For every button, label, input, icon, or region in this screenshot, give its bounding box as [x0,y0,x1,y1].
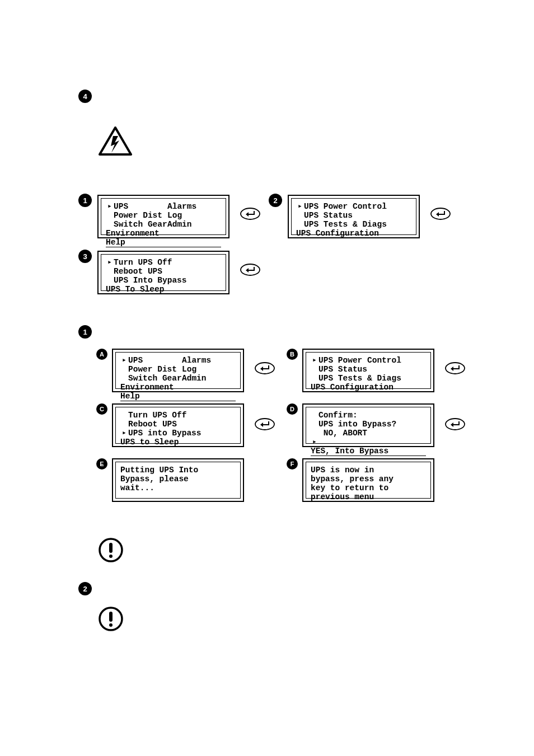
confirm-yes: YES, Into Bypass [311,447,426,456]
menu-item: UPS [128,356,182,365]
menu-item: Reboot UPS [128,420,177,429]
status-line: UPS is now in [311,466,426,475]
menu-item: Admin [167,220,221,229]
step-letter-A: A [96,349,107,360]
lcd-status-done: UPS is now in bypass, press any key to r… [302,458,434,502]
menu-item: Turn UPS Off [114,258,172,267]
confirm-no: NO, ABORT [318,429,367,438]
status-line: wait... [120,483,236,492]
warning-triangle-icon [98,126,133,158]
lcd-main-menu: ▸UPSAlarms Power DistLog Switch GearAdmi… [97,195,229,238]
confirm-title: Confirm: [318,411,358,420]
status-line: bypass, press any [311,475,426,483]
confirm-question: UPS into Bypass? [318,420,396,429]
menu-item: UPS [114,202,167,211]
step-letter-B: B [287,349,298,360]
status-line: Bypass, please [120,475,236,483]
enter-key-icon [444,361,466,377]
menu-item: UPS Tests & Diags [318,374,401,383]
lcd-ups-menu-2: ▸UPS Power Control UPS Status UPS Tests … [302,349,434,392]
menu-item: UPS Power Control [304,202,387,211]
menu-item: UPS Configuration [296,229,411,238]
menu-item: UPS To Sleep [106,285,221,294]
menu-item: UPS Into Bypass [114,276,187,285]
section-number-4: 4 [78,90,92,103]
menu-item: Turn UPS Off [128,411,186,420]
step-number-1: 1 [78,194,92,207]
menu-item: Power Dist [114,211,167,220]
menu-item: Alarms [167,202,221,211]
lcd-status-putting: Putting UPS Into Bypass, please wait... [112,458,244,502]
lcd-power-control-2: Turn UPS Off Reboot UPS ▸UPS into Bypass… [112,403,244,447]
status-line: Putting UPS Into [120,466,236,475]
menu-item: Environment [120,383,236,392]
svg-rect-9 [109,543,113,553]
enter-key-icon [430,207,451,223]
menu-item: Log [167,211,221,220]
menu-item: Reboot UPS [114,267,162,276]
enter-key-icon [254,417,275,433]
menu-item: Switch Gear [128,374,182,383]
status-line: key to return to [311,483,426,492]
step-number-2b: 2 [78,582,92,595]
svg-point-10 [109,555,113,558]
lcd-ups-menu: ▸UPS Power Control UPS Status UPS Tests … [288,195,420,238]
caution-icon [98,537,124,565]
menu-item: UPS Power Control [318,356,401,365]
menu-item: UPS into Bypass [128,429,202,438]
menu-item: UPS Tests & Diags [304,220,387,229]
lcd-main-menu-2: ▸UPSAlarms Power DistLog Switch GearAdmi… [112,349,244,392]
step-letter-F: F [287,458,298,469]
step-number-2: 2 [269,194,282,207]
lcd-power-control: ▸Turn UPS Off Reboot UPS UPS Into Bypass… [97,251,229,294]
svg-point-13 [109,623,113,627]
step-letter-C: C [96,403,107,415]
step-letter-E: E [96,458,107,469]
menu-item: UPS Status [304,211,353,220]
status-line: previous menu [311,492,426,502]
step-number-1b: 1 [78,325,92,339]
menu-item: Environment [106,229,221,238]
menu-item: Switch Gear [114,220,167,229]
enter-key-icon [240,207,261,223]
enter-key-icon [240,263,261,279]
caution-icon [98,606,124,634]
lcd-confirm: Confirm: UPS into Bypass? NO, ABORT ▸YES… [302,403,434,447]
menu-item: UPS Status [318,365,367,374]
step-letter-D: D [287,403,298,415]
menu-item: UPS to Sleep [120,438,236,447]
menu-item: Help [106,238,221,247]
menu-item: Help [120,392,236,401]
svg-rect-12 [109,612,113,622]
menu-item: Admin [182,374,236,383]
menu-item: UPS Configuration [311,383,426,392]
menu-item: Alarms [182,356,236,365]
menu-item: Log [182,365,236,374]
enter-key-icon [444,417,466,433]
menu-item: Power Dist [128,365,182,374]
enter-key-icon [254,361,275,377]
step-number-3: 3 [78,250,92,263]
